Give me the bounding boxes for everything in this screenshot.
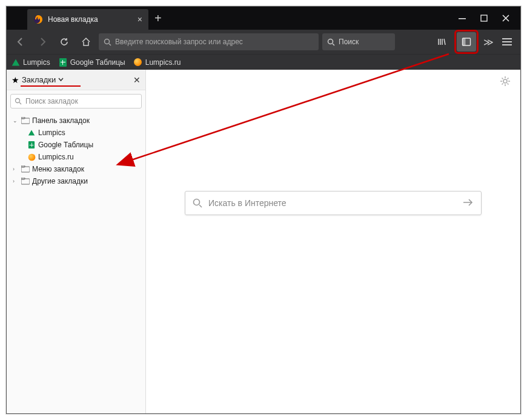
url-placeholder: Введите поисковый запрос или адрес: [115, 38, 243, 46]
bookmark-item[interactable]: Google Таблицы: [59, 58, 125, 67]
search-icon: [104, 38, 111, 46]
content-area: ★ Закладки ✕ Поиск закладок ⌄: [7, 70, 520, 413]
svg-rect-1: [459, 18, 466, 19]
firefox-icon: [33, 15, 43, 24]
folder-icon: [21, 165, 30, 173]
sidebar-search-placeholder: Поиск закладок: [25, 97, 78, 105]
bookmark-label: Lumpics: [23, 58, 50, 67]
svg-rect-6: [463, 38, 466, 45]
svg-point-3: [105, 39, 110, 44]
bookmark-item[interactable]: Lumpics.ru: [134, 58, 181, 67]
drive-icon: [27, 128, 36, 137]
sheets-icon: [59, 58, 67, 67]
home-button[interactable]: [77, 33, 95, 51]
svg-rect-2: [481, 15, 487, 21]
sidebar-title: Закладки: [22, 75, 56, 84]
tree-item-label: Lumpics: [38, 128, 65, 137]
bookmark-item[interactable]: Lumpics: [12, 58, 50, 67]
chevron-down-icon: [58, 77, 64, 82]
newtab-page: Искать в Интернете: [146, 70, 520, 413]
sidebar-toggle-button[interactable]: [457, 32, 476, 52]
window-controls: [459, 7, 520, 30]
svg-point-4: [328, 39, 333, 44]
svg-point-7: [16, 99, 20, 103]
sidebar-title-dropdown[interactable]: Закладки: [22, 75, 64, 84]
tree-item-label: Google Таблицы: [38, 141, 93, 149]
drive-icon: [12, 58, 20, 67]
new-tab-button[interactable]: +: [148, 12, 168, 25]
bookmarks-tree: ⌄ Панель закладок Lumpics Google Таблицы: [7, 112, 145, 190]
bookmark-label: Google Таблицы: [70, 58, 125, 67]
search-bar[interactable]: Поиск: [322, 33, 395, 50]
annotation-highlight: [454, 30, 479, 54]
back-button[interactable]: [12, 33, 30, 51]
orange-icon: [27, 153, 36, 161]
newtab-search-input[interactable]: Искать в Интернете: [185, 191, 482, 215]
tree-item[interactable]: Google Таблицы: [10, 139, 142, 151]
gear-icon[interactable]: [500, 76, 511, 89]
arrow-right-icon: [463, 198, 474, 208]
titlebar: Новая вкладка × +: [7, 7, 520, 30]
library-button[interactable]: [433, 33, 451, 51]
tree-item[interactable]: Lumpics.ru: [10, 151, 142, 163]
sidebar-close-button[interactable]: ✕: [133, 75, 141, 85]
tree-folder-menu[interactable]: › Меню закладок: [10, 163, 142, 175]
bookmarks-toolbar: Lumpics Google Таблицы Lumpics.ru: [7, 54, 520, 70]
tree-folder-toolbar[interactable]: ⌄ Панель закладок: [10, 115, 142, 127]
tree-item-label: Lumpics.ru: [38, 153, 74, 161]
overflow-button[interactable]: ≫: [482, 36, 495, 48]
reload-button[interactable]: [55, 33, 73, 51]
menu-button[interactable]: [499, 38, 515, 45]
star-icon: ★: [12, 75, 19, 85]
folder-label: Меню закладок: [32, 165, 84, 173]
search-icon: [193, 198, 202, 208]
tab-close-icon[interactable]: ×: [138, 15, 142, 24]
maximize-button[interactable]: [480, 15, 488, 22]
svg-point-14: [503, 79, 507, 83]
sidebar-search-input[interactable]: Поиск закладок: [10, 94, 142, 108]
url-bar[interactable]: Введите поисковый запрос или адрес: [99, 33, 319, 50]
tab-active[interactable]: Новая вкладка ×: [27, 9, 148, 30]
forward-button[interactable]: [33, 33, 51, 51]
search-placeholder: Поиск: [339, 38, 359, 46]
minimize-button[interactable]: [459, 15, 466, 22]
folder-label: Другие закладки: [32, 177, 88, 185]
orange-icon: [134, 58, 142, 67]
tree-item[interactable]: Lumpics: [10, 127, 142, 139]
tree-folder-other[interactable]: › Другие закладки: [10, 175, 142, 187]
newtab-search-placeholder: Искать в Интернете: [208, 198, 287, 208]
twisty-open-icon: ⌄: [13, 118, 19, 124]
folder-icon: [21, 117, 30, 124]
sidebar-icon: [462, 37, 471, 47]
search-icon: [15, 98, 22, 105]
twisty-closed-icon: ›: [13, 166, 19, 172]
tab-title: Новая вкладка: [48, 15, 133, 24]
browser-window: Новая вкладка × + Введите поисковый запр…: [6, 6, 521, 414]
bookmark-label: Lumpics.ru: [145, 58, 181, 67]
folder-label: Панель закладок: [32, 116, 90, 125]
close-button[interactable]: [502, 15, 509, 22]
svg-point-15: [194, 199, 200, 205]
folder-icon: [21, 178, 30, 185]
sheets-icon: [27, 141, 36, 149]
bookmarks-sidebar: ★ Закладки ✕ Поиск закладок ⌄: [7, 70, 146, 413]
sidebar-header: ★ Закладки ✕: [7, 70, 145, 90]
search-icon: [327, 38, 335, 46]
twisty-closed-icon: ›: [13, 178, 19, 184]
nav-toolbar: Введите поисковый запрос или адрес Поиск…: [7, 30, 520, 54]
